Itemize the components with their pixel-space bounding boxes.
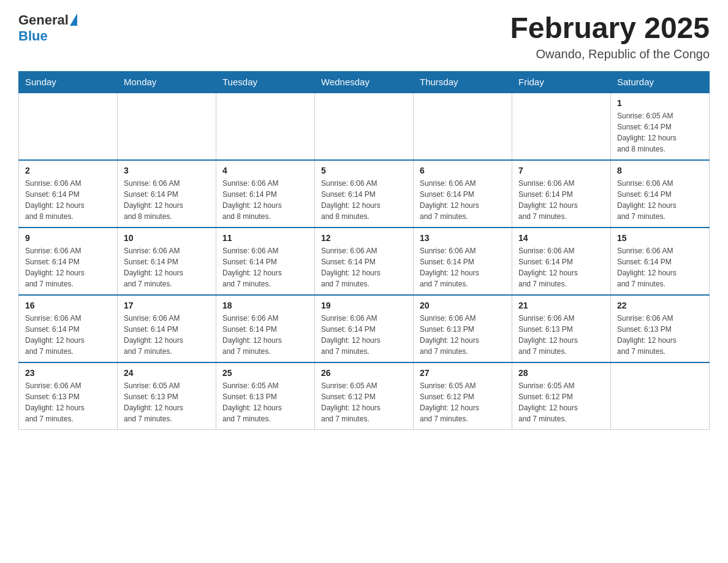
calendar-cell: 19Sunrise: 6:06 AMSunset: 6:14 PMDayligh… xyxy=(315,295,414,362)
day-number: 18 xyxy=(222,301,308,310)
calendar-cell: 26Sunrise: 6:05 AMSunset: 6:12 PMDayligh… xyxy=(315,362,414,430)
day-number: 4 xyxy=(222,166,308,175)
calendar-cell: 27Sunrise: 6:05 AMSunset: 6:12 PMDayligh… xyxy=(414,362,512,430)
weekday-header-sunday: Sunday xyxy=(19,71,118,93)
day-number: 24 xyxy=(124,368,210,378)
weekday-header-wednesday: Wednesday xyxy=(315,71,414,93)
day-number: 7 xyxy=(518,166,604,175)
day-number: 12 xyxy=(321,233,407,243)
calendar-cell xyxy=(315,93,414,160)
day-number: 14 xyxy=(518,233,604,243)
weekday-header-thursday: Thursday xyxy=(414,71,512,93)
day-number: 20 xyxy=(420,301,506,310)
day-info: Sunrise: 6:06 AMSunset: 6:14 PMDaylight:… xyxy=(518,178,604,222)
day-info: Sunrise: 6:05 AMSunset: 6:12 PMDaylight:… xyxy=(420,380,506,424)
day-info: Sunrise: 6:06 AMSunset: 6:14 PMDaylight:… xyxy=(420,178,506,222)
day-number: 5 xyxy=(321,166,407,175)
calendar-cell: 1Sunrise: 6:05 AMSunset: 6:14 PMDaylight… xyxy=(611,93,710,160)
title-area: February 2025 Owando, Republic of the Co… xyxy=(510,12,710,61)
logo: General Blue xyxy=(18,12,77,44)
day-info: Sunrise: 6:06 AMSunset: 6:14 PMDaylight:… xyxy=(518,245,604,289)
day-info: Sunrise: 6:06 AMSunset: 6:13 PMDaylight:… xyxy=(420,313,506,357)
calendar-cell: 7Sunrise: 6:06 AMSunset: 6:14 PMDaylight… xyxy=(512,160,611,228)
day-info: Sunrise: 6:06 AMSunset: 6:14 PMDaylight:… xyxy=(124,313,210,357)
weekday-header-row: SundayMondayTuesdayWednesdayThursdayFrid… xyxy=(19,71,710,93)
day-number: 1 xyxy=(617,98,703,108)
calendar-cell: 17Sunrise: 6:06 AMSunset: 6:14 PMDayligh… xyxy=(118,295,216,362)
day-info: Sunrise: 6:06 AMSunset: 6:14 PMDaylight:… xyxy=(222,178,308,222)
week-row-1: 1Sunrise: 6:05 AMSunset: 6:14 PMDaylight… xyxy=(19,93,710,160)
day-number: 28 xyxy=(518,368,604,378)
calendar-cell: 5Sunrise: 6:06 AMSunset: 6:14 PMDaylight… xyxy=(315,160,414,228)
calendar-cell: 13Sunrise: 6:06 AMSunset: 6:14 PMDayligh… xyxy=(414,228,512,295)
calendar-cell: 9Sunrise: 6:06 AMSunset: 6:14 PMDaylight… xyxy=(19,228,118,295)
day-info: Sunrise: 6:06 AMSunset: 6:14 PMDaylight:… xyxy=(25,245,111,289)
logo-general-text: General xyxy=(18,12,69,28)
day-number: 17 xyxy=(124,301,210,310)
calendar-table: SundayMondayTuesdayWednesdayThursdayFrid… xyxy=(18,71,710,431)
calendar-cell: 28Sunrise: 6:05 AMSunset: 6:12 PMDayligh… xyxy=(512,362,611,430)
calendar-cell: 8Sunrise: 6:06 AMSunset: 6:14 PMDaylight… xyxy=(611,160,710,228)
day-info: Sunrise: 6:05 AMSunset: 6:13 PMDaylight:… xyxy=(124,380,210,424)
day-number: 26 xyxy=(321,368,407,378)
day-number: 25 xyxy=(222,368,308,378)
page-header: General Blue February 2025 Owando, Repub… xyxy=(18,12,710,61)
day-number: 19 xyxy=(321,301,407,310)
calendar-cell: 2Sunrise: 6:06 AMSunset: 6:14 PMDaylight… xyxy=(19,160,118,228)
week-row-3: 9Sunrise: 6:06 AMSunset: 6:14 PMDaylight… xyxy=(19,228,710,295)
week-row-4: 16Sunrise: 6:06 AMSunset: 6:14 PMDayligh… xyxy=(19,295,710,362)
calendar-cell: 16Sunrise: 6:06 AMSunset: 6:14 PMDayligh… xyxy=(19,295,118,362)
day-info: Sunrise: 6:06 AMSunset: 6:14 PMDaylight:… xyxy=(420,245,506,289)
weekday-header-monday: Monday xyxy=(118,71,216,93)
calendar-cell: 4Sunrise: 6:06 AMSunset: 6:14 PMDaylight… xyxy=(216,160,315,228)
day-info: Sunrise: 6:06 AMSunset: 6:13 PMDaylight:… xyxy=(518,313,604,357)
day-number: 13 xyxy=(420,233,506,243)
weekday-header-tuesday: Tuesday xyxy=(216,71,315,93)
day-info: Sunrise: 6:06 AMSunset: 6:14 PMDaylight:… xyxy=(321,178,407,222)
calendar-cell xyxy=(118,93,216,160)
day-number: 27 xyxy=(420,368,506,378)
location-title: Owando, Republic of the Congo xyxy=(510,47,710,61)
day-number: 3 xyxy=(124,166,210,175)
day-info: Sunrise: 6:06 AMSunset: 6:14 PMDaylight:… xyxy=(321,313,407,357)
calendar-cell: 23Sunrise: 6:06 AMSunset: 6:13 PMDayligh… xyxy=(19,362,118,430)
day-info: Sunrise: 6:06 AMSunset: 6:14 PMDaylight:… xyxy=(617,178,703,222)
calendar-cell: 18Sunrise: 6:06 AMSunset: 6:14 PMDayligh… xyxy=(216,295,315,362)
calendar-cell: 21Sunrise: 6:06 AMSunset: 6:13 PMDayligh… xyxy=(512,295,611,362)
week-row-2: 2Sunrise: 6:06 AMSunset: 6:14 PMDaylight… xyxy=(19,160,710,228)
day-info: Sunrise: 6:06 AMSunset: 6:14 PMDaylight:… xyxy=(25,313,111,357)
week-row-5: 23Sunrise: 6:06 AMSunset: 6:13 PMDayligh… xyxy=(19,362,710,430)
weekday-header-friday: Friday xyxy=(512,71,611,93)
calendar-cell: 6Sunrise: 6:06 AMSunset: 6:14 PMDaylight… xyxy=(414,160,512,228)
month-title: February 2025 xyxy=(510,12,710,45)
calendar-cell: 25Sunrise: 6:05 AMSunset: 6:13 PMDayligh… xyxy=(216,362,315,430)
logo-blue-text: Blue xyxy=(18,28,48,44)
day-number: 16 xyxy=(25,301,111,310)
calendar-cell xyxy=(216,93,315,160)
day-number: 22 xyxy=(617,301,703,310)
weekday-header-saturday: Saturday xyxy=(611,71,710,93)
day-info: Sunrise: 6:06 AMSunset: 6:13 PMDaylight:… xyxy=(25,380,111,424)
calendar-cell: 15Sunrise: 6:06 AMSunset: 6:14 PMDayligh… xyxy=(611,228,710,295)
day-number: 10 xyxy=(124,233,210,243)
calendar-cell xyxy=(512,93,611,160)
calendar-cell: 22Sunrise: 6:06 AMSunset: 6:13 PMDayligh… xyxy=(611,295,710,362)
day-info: Sunrise: 6:05 AMSunset: 6:12 PMDaylight:… xyxy=(518,380,604,424)
calendar-cell: 12Sunrise: 6:06 AMSunset: 6:14 PMDayligh… xyxy=(315,228,414,295)
day-info: Sunrise: 6:06 AMSunset: 6:14 PMDaylight:… xyxy=(617,245,703,289)
calendar-cell xyxy=(19,93,118,160)
calendar-cell xyxy=(414,93,512,160)
day-number: 2 xyxy=(25,166,111,175)
day-number: 15 xyxy=(617,233,703,243)
day-info: Sunrise: 6:05 AMSunset: 6:14 PMDaylight:… xyxy=(617,110,703,155)
day-info: Sunrise: 6:06 AMSunset: 6:14 PMDaylight:… xyxy=(222,245,308,289)
day-info: Sunrise: 6:06 AMSunset: 6:14 PMDaylight:… xyxy=(124,178,210,222)
day-number: 21 xyxy=(518,301,604,310)
day-number: 6 xyxy=(420,166,506,175)
calendar-cell xyxy=(611,362,710,430)
calendar-cell: 14Sunrise: 6:06 AMSunset: 6:14 PMDayligh… xyxy=(512,228,611,295)
day-info: Sunrise: 6:06 AMSunset: 6:14 PMDaylight:… xyxy=(124,245,210,289)
calendar-cell: 11Sunrise: 6:06 AMSunset: 6:14 PMDayligh… xyxy=(216,228,315,295)
day-info: Sunrise: 6:05 AMSunset: 6:13 PMDaylight:… xyxy=(222,380,308,424)
calendar-cell: 3Sunrise: 6:06 AMSunset: 6:14 PMDaylight… xyxy=(118,160,216,228)
